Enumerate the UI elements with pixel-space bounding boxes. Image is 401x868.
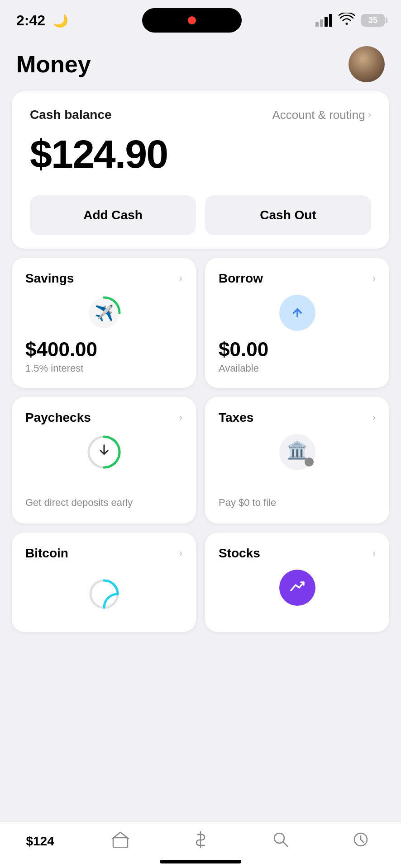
balance-amount: $124.90 (30, 131, 371, 177)
savings-chevron-icon: › (179, 273, 182, 284)
taxes-card[interactable]: Taxes › 🏛️ Pay $0 to file (205, 397, 389, 524)
clock-icon (353, 831, 369, 851)
savings-card[interactable]: Savings › ✈️ $400.00 1.5% interest (12, 258, 196, 388)
nav-home[interactable] (102, 831, 138, 851)
borrow-title: Borrow (219, 271, 263, 286)
stocks-chevron-icon: › (372, 547, 376, 559)
paychecks-title: Paychecks (25, 410, 91, 425)
status-left: 2:42 🌙 (16, 12, 68, 29)
account-routing-link[interactable]: Account & routing › (272, 108, 371, 122)
dollar-sign-icon (194, 831, 207, 852)
dynamic-island (142, 8, 242, 33)
home-icon (111, 831, 129, 851)
main-content: Cash balance Account & routing › $124.90… (0, 91, 401, 632)
row-3-grid: Bitcoin › Stocks › (12, 533, 389, 632)
card-header-row: Cash balance Account & routing › (30, 108, 371, 122)
paychecks-card[interactable]: Paychecks › Get direct deposits earl (12, 397, 196, 524)
nav-history[interactable] (343, 831, 379, 851)
taxes-title: Taxes (219, 410, 253, 425)
wifi-icon (339, 13, 355, 28)
bitcoin-chevron-icon: › (179, 547, 182, 559)
taxes-icon: 🏛️ (279, 434, 315, 470)
savings-icon: ✈️ (86, 295, 122, 331)
search-icon (272, 831, 289, 851)
nav-balance-amount: $124 (26, 834, 54, 849)
action-buttons: Add Cash Cash Out (30, 195, 371, 235)
bitcoin-loading-arc (86, 576, 122, 612)
paychecks-chevron-icon: › (179, 412, 182, 424)
borrow-card[interactable]: Borrow › $0.00 Available (205, 258, 389, 388)
chevron-right-icon: › (368, 109, 371, 121)
borrow-amount: $0.00 (219, 338, 376, 361)
bitcoin-title: Bitcoin (25, 546, 68, 561)
signal-icon (315, 14, 332, 27)
cash-balance-label: Cash balance (30, 108, 112, 122)
nav-balance[interactable]: $124 (22, 834, 58, 849)
savings-title: Savings (25, 271, 74, 286)
status-right: 35 (315, 13, 385, 28)
paychecks-desc: Get direct deposits early (25, 496, 182, 510)
bitcoin-loading (25, 570, 182, 618)
status-time: 2:42 (16, 12, 45, 29)
taxes-chevron-icon: › (372, 412, 376, 424)
avatar[interactable] (348, 46, 385, 82)
home-indicator (160, 860, 241, 863)
borrow-sub: Available (219, 363, 376, 374)
row-2-grid: Paychecks › Get direct deposits earl (12, 397, 389, 524)
battery-icon: 35 (361, 14, 385, 27)
page-title: Money (16, 51, 91, 78)
bitcoin-card[interactable]: Bitcoin › (12, 533, 196, 632)
stocks-icon (279, 570, 315, 606)
stocks-card[interactable]: Stocks › (205, 533, 389, 632)
status-bar: 2:42 🌙 35 (0, 0, 401, 37)
nav-activity[interactable] (182, 831, 219, 852)
svg-rect-3 (113, 838, 128, 848)
borrow-icon (279, 295, 315, 331)
stocks-title: Stocks (219, 546, 260, 561)
recording-dot (188, 16, 196, 24)
taxes-desc: Pay $0 to file (219, 496, 376, 510)
moon-icon: 🌙 (53, 13, 68, 28)
paychecks-icon (86, 434, 122, 470)
add-cash-button[interactable]: Add Cash (30, 195, 196, 235)
cash-balance-card: Cash balance Account & routing › $124.90… (12, 91, 389, 249)
row-1-grid: Savings › ✈️ $400.00 1.5% interest Borro… (12, 258, 389, 388)
savings-interest: 1.5% interest (25, 363, 182, 374)
savings-amount: $400.00 (25, 338, 182, 361)
borrow-chevron-icon: › (372, 273, 376, 284)
nav-search[interactable] (263, 831, 299, 851)
header: Money (0, 37, 401, 91)
cash-out-button[interactable]: Cash Out (205, 195, 371, 235)
